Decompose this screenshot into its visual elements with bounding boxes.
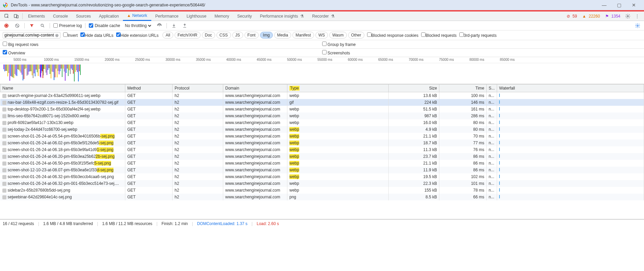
tab-sources[interactable]: Sources	[72, 11, 95, 21]
filter-pill-media[interactable]: Media	[274, 32, 291, 39]
col-domain[interactable]: Domain	[223, 84, 287, 92]
table-row[interactable]: sejwebinar-642d29604e14c-sej.pngGETh2www…	[0, 194, 644, 200]
close-button[interactable]: ✕	[626, 0, 641, 10]
table-row[interactable]: screen-shot-01-26-24-at-06.20-pm-65b3ea2…	[0, 153, 644, 160]
cell-method: GET	[125, 140, 173, 146]
svg-point-11	[637, 25, 638, 26]
tick: 10000 ms	[44, 58, 59, 61]
cell-status: n...	[487, 126, 497, 133]
col-method[interactable]: Method	[125, 84, 173, 92]
cell-domain: www.searchenginejournal.com	[223, 126, 287, 133]
cell-protocol: h2	[173, 92, 223, 99]
cell-size: 155 kB	[389, 187, 439, 194]
table-row[interactable]: screen-shot-01-26-24-at-05.54-pm-65b3e40…	[0, 133, 644, 140]
filter-pill-all[interactable]: All	[162, 32, 173, 39]
disable-cache-checkbox[interactable]: Disable cache	[89, 23, 120, 28]
network-conditions-icon[interactable]	[156, 22, 163, 29]
issue-counters[interactable]: ⊘ 59 ▲ 22260 ⚑ 1354	[565, 14, 623, 19]
timeline-overview[interactable]: 5000 ms10000 ms15000 ms20000 ms25000 ms3…	[0, 57, 644, 84]
tab-security[interactable]: Security	[233, 11, 256, 21]
maximize-button[interactable]: ▢	[612, 0, 626, 10]
tab-elements[interactable]: Elements	[24, 11, 49, 21]
tab-console[interactable]: Console	[49, 11, 72, 21]
filter-clear-icon[interactable]: ⊗	[55, 33, 59, 38]
more-icon[interactable]: ⋮	[633, 11, 642, 21]
group-frame-checkbox[interactable]: Group by frame	[322, 42, 356, 47]
import-har-icon[interactable]	[170, 22, 178, 29]
col-waterfall[interactable]: Waterfall	[497, 84, 644, 92]
status-dcl: DOMContentLoaded: 1.37 s	[197, 221, 247, 226]
clear-button[interactable]	[14, 22, 21, 29]
table-row[interactable]: llms-seo-65b7642cd8071-sej-1520x800.webp…	[0, 113, 644, 119]
cell-waterfall	[497, 119, 644, 126]
minimize-button[interactable]: —	[597, 0, 612, 10]
col-protocol[interactable]: Protocol	[173, 84, 223, 92]
filter-pill-font[interactable]: Font	[244, 32, 259, 39]
tab-memory[interactable]: Memory	[210, 11, 233, 21]
network-settings-icon[interactable]	[634, 22, 641, 29]
tick: 20000 ms	[105, 58, 120, 61]
hide-ext-urls-checkbox[interactable]: Hide extension URLs	[116, 32, 159, 38]
blocked-cookies-checkbox[interactable]: Blocked response cookies	[367, 32, 418, 38]
inspect-icon[interactable]	[2, 11, 11, 21]
table-row[interactable]: nav-bar-168x48-ezgif.com-resize-1.5x-65d…	[0, 99, 644, 106]
filter-pill-other[interactable]: Other	[348, 32, 364, 39]
blocked-requests-checkbox[interactable]: Blocked requests	[421, 32, 457, 38]
tab-performance-insights[interactable]: Performance insights ⚗	[256, 11, 308, 21]
col-name[interactable]: Name	[0, 84, 125, 92]
tab-application[interactable]: Application	[95, 11, 123, 21]
settings-icon[interactable]	[623, 11, 633, 21]
cell-domain: www.searchenginejournal.com	[223, 113, 287, 119]
screenshots-checkbox[interactable]: Screenshots	[322, 50, 350, 55]
table-row[interactable]: screen-shot-01-26-24-at-06.32-pm-65b3ecc…	[0, 173, 644, 180]
filter-input[interactable]	[4, 33, 55, 38]
filter-pill-manifest[interactable]: Manifest	[292, 32, 314, 39]
cell-domain: www.searchenginejournal.com	[223, 106, 287, 113]
table-row[interactable]: profil-6092ae5fa41c7-130x130.webpGETh2ww…	[0, 119, 644, 126]
table-row[interactable]: screen-shot-12-10-23-at-08.07-pm-65b3ea6…	[0, 167, 644, 173]
third-party-checkbox[interactable]: 3rd-party requests	[459, 32, 496, 38]
table-row[interactable]: screen-shot-01-26-24-at-06.18-pm-65b3e9f…	[0, 146, 644, 153]
table-row[interactable]: screen-shot-01-26-24-at-06.02-pm-65b3e5f…	[0, 140, 644, 146]
record-button[interactable]	[3, 22, 10, 29]
cell-time: 77 ms	[439, 140, 487, 146]
search-icon[interactable]	[39, 22, 46, 29]
hide-data-urls-checkbox[interactable]: Hide data URLs	[80, 32, 113, 38]
cell-name: screen-shot-01-26-24-at-06.20-pm-65b3ea2…	[0, 153, 125, 160]
invert-checkbox[interactable]: Invert	[63, 32, 78, 38]
table-row[interactable]: sidebar2x-65b287680b5dd-sej.pngGETh2www.…	[0, 187, 644, 194]
filter-pill-img[interactable]: Img	[260, 32, 273, 39]
cell-method: GET	[125, 167, 173, 173]
filter-pill-ws[interactable]: WS	[315, 32, 328, 39]
table-row[interactable]: screen-shot-01-26-24-at-06.32-pm-001-65b…	[0, 180, 644, 187]
tab-network[interactable]: ▲ Network	[123, 11, 151, 21]
svg-point-7	[5, 25, 7, 27]
col-size[interactable]: Size	[389, 84, 439, 92]
table-row[interactable]: search-engine-journal-2x-63a425d990611-s…	[0, 92, 644, 99]
col-type[interactable]: Type	[287, 84, 389, 92]
preserve-log-checkbox[interactable]: Preserve log	[53, 23, 82, 28]
col-time[interactable]: Time	[439, 84, 487, 92]
tab-lighthouse[interactable]: Lighthouse	[182, 11, 210, 21]
invert-label: Invert	[68, 33, 78, 38]
table-row[interactable]: sej-today-2x-644d47cc66700-sej.webpGETh2…	[0, 126, 644, 133]
col-s[interactable]: S...	[487, 84, 497, 92]
blocked-requests-label: Blocked requests	[426, 33, 457, 38]
export-har-icon[interactable]	[181, 22, 188, 29]
filter-icon[interactable]	[28, 22, 35, 29]
device-toggle-icon[interactable]	[11, 11, 21, 21]
big-rows-checkbox[interactable]: Big request rows	[3, 42, 38, 47]
cell-waterfall	[497, 173, 644, 180]
filter-pill-css[interactable]: CSS	[216, 32, 231, 39]
tab-recorder[interactable]: Recorder ⚗	[308, 11, 339, 21]
tab-performance[interactable]: Performance	[151, 11, 183, 21]
filter-pill-doc[interactable]: Doc	[202, 32, 215, 39]
table-row[interactable]: screen-shot-01-26-24-at-06.50-pm-65b3f15…	[0, 160, 644, 167]
tick: 80000 ms	[469, 58, 484, 61]
filter-pill-wasm[interactable]: Wasm	[329, 32, 347, 39]
filter-pill-js[interactable]: JS	[232, 32, 243, 39]
throttling-select[interactable]: No throttling	[124, 23, 152, 28]
table-row[interactable]: top-desktop-970x200-1.5x-65d300af4e2f4-s…	[0, 106, 644, 113]
overview-checkbox[interactable]: Overview	[3, 50, 25, 55]
filter-pill-fetchxhr[interactable]: Fetch/XHR	[175, 32, 201, 39]
